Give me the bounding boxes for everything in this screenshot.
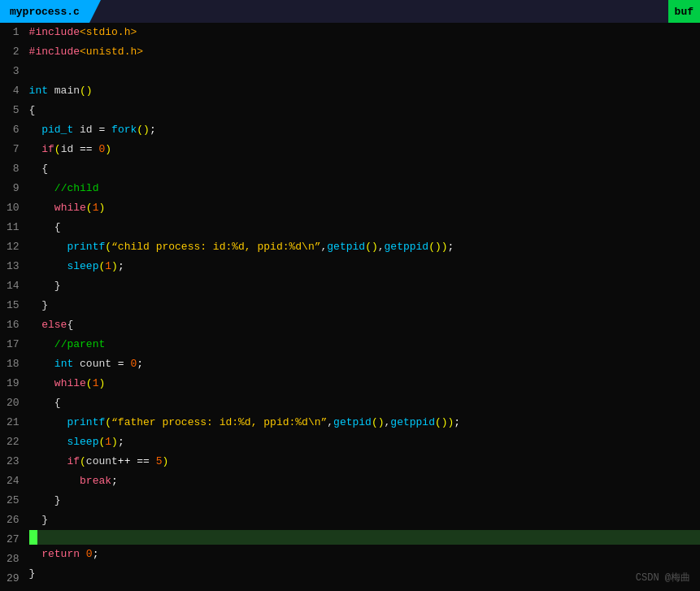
line-num-17: 17 bbox=[7, 335, 20, 354]
line-num-12: 12 bbox=[7, 237, 20, 257]
code-line-4: int main() bbox=[29, 81, 700, 101]
code-line-3 bbox=[29, 62, 700, 81]
code-line-14: } bbox=[29, 276, 700, 296]
line-num-15: 15 bbox=[7, 296, 20, 315]
code-line-26: } bbox=[29, 511, 700, 530]
code-line-10: while(1) bbox=[29, 198, 700, 218]
watermark: CSDN @梅曲 bbox=[636, 571, 690, 584]
code-line-29: } bbox=[29, 564, 700, 584]
code-line-2: #include<unistd.h> bbox=[29, 42, 700, 62]
line-num-28: 28 bbox=[7, 550, 20, 569]
code-line-19: while(1) bbox=[29, 374, 700, 393]
line-num-27: 27 bbox=[7, 530, 20, 550]
code-line-22: sleep(1); bbox=[29, 432, 700, 452]
code-line-20: { bbox=[29, 393, 700, 413]
line-num-14: 14 bbox=[7, 276, 20, 296]
line-num-24: 24 bbox=[7, 471, 20, 491]
code-line-18: int count = 0; bbox=[29, 354, 700, 374]
line-num-22: 22 bbox=[7, 432, 20, 452]
code-line-13: sleep(1); bbox=[29, 257, 700, 276]
line-num-11: 11 bbox=[7, 218, 20, 237]
code-line-12: printf(“child process: id:%d, ppid:%d\n”… bbox=[29, 237, 700, 257]
editor-container: myprocess.c buf 1 2 3 4 5 6 7 8 9 10 11 … bbox=[0, 0, 700, 591]
code-line-7: if(id == 0) bbox=[29, 140, 700, 159]
code-line-24: break; bbox=[29, 471, 700, 491]
line-num-29: 29 bbox=[7, 569, 20, 589]
line-num-26: 26 bbox=[7, 511, 20, 530]
line-num-1: 1 bbox=[7, 23, 20, 42]
code-line-28: return 0; bbox=[29, 545, 700, 564]
code-line-17: //parent bbox=[29, 335, 700, 354]
cursor bbox=[29, 530, 37, 545]
line-num-10: 10 bbox=[7, 198, 20, 218]
line-num-8: 8 bbox=[7, 159, 20, 179]
line-num-3: 3 bbox=[7, 62, 20, 81]
line-num-23: 23 bbox=[7, 452, 20, 471]
buf-label: buf bbox=[668, 0, 700, 23]
line-num-5: 5 bbox=[7, 101, 20, 120]
code-line-5: { bbox=[29, 101, 700, 120]
line-num-6: 6 bbox=[7, 120, 20, 140]
code-line-25: } bbox=[29, 491, 700, 511]
code-line-21: printf(“father process: id:%d, ppid:%d\n… bbox=[29, 413, 700, 432]
tab-filename: myprocess.c bbox=[10, 6, 80, 18]
code-lines: #include<stdio.h> #include<unistd.h> int… bbox=[26, 23, 700, 589]
code-line-27 bbox=[29, 530, 700, 545]
line-numbers: 1 2 3 4 5 6 7 8 9 10 11 12 13 14 15 16 1… bbox=[0, 23, 26, 589]
code-line-9: //child bbox=[29, 179, 700, 198]
code-line-1: #include<stdio.h> bbox=[29, 23, 700, 42]
code-line-8: { bbox=[29, 159, 700, 179]
code-line-11: { bbox=[29, 218, 700, 237]
tab-bar: myprocess.c buf bbox=[0, 0, 700, 23]
line-num-19: 19 bbox=[7, 374, 20, 393]
line-num-16: 16 bbox=[7, 315, 20, 335]
code-line-15: } bbox=[29, 296, 700, 315]
code-line-6: pid_t id = fork(); bbox=[29, 120, 700, 140]
tab-corner bbox=[89, 0, 101, 23]
line-num-21: 21 bbox=[7, 413, 20, 432]
tab-active[interactable]: myprocess.c bbox=[0, 0, 89, 23]
code-line-16: else{ bbox=[29, 315, 700, 335]
line-num-7: 7 bbox=[7, 140, 20, 159]
code-line-23: if(count++ == 5) bbox=[29, 452, 700, 471]
line-num-20: 20 bbox=[7, 393, 20, 413]
line-num-9: 9 bbox=[7, 179, 20, 198]
code-area: 1 2 3 4 5 6 7 8 9 10 11 12 13 14 15 16 1… bbox=[0, 23, 700, 589]
line-num-13: 13 bbox=[7, 257, 20, 276]
line-num-18: 18 bbox=[7, 354, 20, 374]
line-num-25: 25 bbox=[7, 491, 20, 511]
line-num-2: 2 bbox=[7, 42, 20, 62]
line-num-4: 4 bbox=[7, 81, 20, 101]
